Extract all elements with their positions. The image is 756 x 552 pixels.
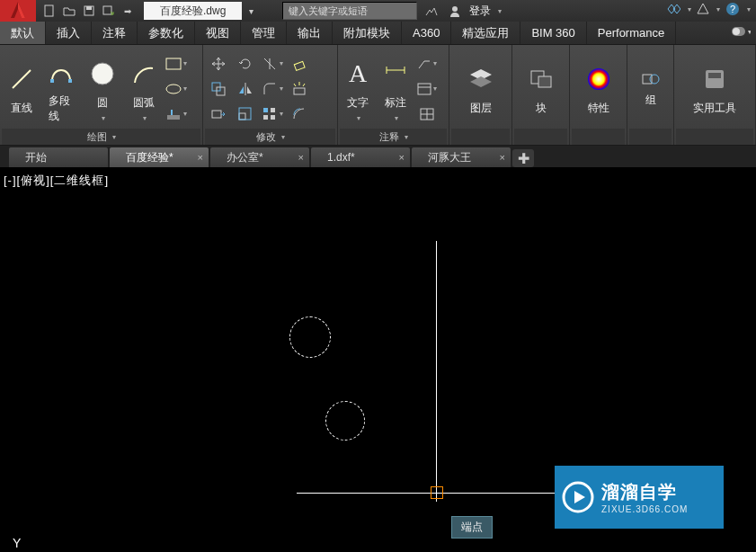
dim-button[interactable]: 标注▾ [376,54,415,124]
menu-tabs: 默认 插入 注释 参数化 视图 管理 输出 附加模块 A360 精选应用 BIM… [0,22,756,45]
title-icons: 登录 ▾ [422,4,502,19]
save-icon[interactable] [81,3,97,19]
user-icon[interactable] [446,4,464,17]
properties-button[interactable]: 特性 [578,59,619,118]
circle-button[interactable]: 圆▾ [81,54,124,124]
close-icon[interactable]: × [198,152,203,163]
move-icon[interactable] [207,52,230,76]
svg-line-10 [13,70,31,88]
text-label: 文字 [347,95,369,111]
doc-tab-dxf[interactable]: 1.dxf*× [311,147,410,167]
layer-label: 图层 [470,101,492,116]
block-label: 块 [536,101,547,116]
ellipse-icon[interactable]: ▾ [165,77,187,101]
help-icon[interactable]: ? [725,2,740,16]
search-icon[interactable] [422,4,440,17]
scale-icon[interactable] [234,102,257,126]
rotate-icon[interactable] [234,52,257,76]
doc-tab-office[interactable]: 办公室*× [210,147,309,167]
tab-output[interactable]: 输出 [287,22,333,44]
tab-addon[interactable]: 附加模块 [333,22,402,44]
panel-annotate-label[interactable]: 注释▾ [340,129,447,145]
tab-a360[interactable]: A360 [402,22,451,44]
svg-point-15 [166,85,181,93]
panel-group-label [629,129,672,145]
new-icon[interactable] [41,3,58,19]
svg-rect-11 [50,79,54,83]
mirror-icon[interactable] [234,77,257,101]
close-icon[interactable]: × [399,152,405,163]
recent-dropdown-icon[interactable]: ▾ [245,6,257,16]
tab-featured[interactable]: 精选应用 [451,22,520,44]
doc-tab-hetun[interactable]: 河豚大王× [412,147,511,167]
stretch-icon[interactable] [207,102,230,126]
hatch-icon[interactable]: ▾ [165,102,187,126]
offset-icon[interactable] [288,102,311,126]
add-tab-button[interactable]: ✚ [512,149,534,167]
tab-bim360[interactable]: BIM 360 [520,22,586,44]
app-logo[interactable] [0,0,36,22]
close-icon[interactable]: × [298,152,304,163]
saveas-icon[interactable] [101,3,117,19]
selected-circle-2[interactable] [325,401,365,441]
circle-label: 圆 [97,95,108,111]
close-icon[interactable]: × [500,152,505,163]
tab-performance[interactable]: Performance [587,22,676,44]
fillet-icon[interactable]: ▾ [261,77,284,101]
doc-tab-start[interactable]: 开始 [9,147,108,167]
arc-button[interactable]: 圆弧▾ [124,54,164,124]
tab-param[interactable]: 参数化 [138,22,195,44]
leader-icon[interactable]: ▾ [417,52,437,76]
svg-text:▾: ▾ [748,28,751,36]
search-input[interactable]: 键入关键字或短语 [282,2,417,20]
copy-icon[interactable] [207,77,230,101]
svg-rect-3 [103,6,111,14]
erase-icon[interactable] [288,52,311,76]
svg-rect-26 [271,108,275,112]
svg-rect-28 [271,115,275,120]
view-control-label[interactable]: [-][俯视][二维线框] [4,173,109,189]
watermark-play-icon [555,480,601,514]
svg-rect-27 [263,115,268,120]
tab-annotate[interactable]: 注释 [92,22,138,44]
login-dropdown-icon[interactable]: ▾ [498,7,502,15]
table2-icon[interactable] [417,102,437,126]
login-label[interactable]: 登录 [469,4,491,19]
svg-point-4 [452,6,458,12]
app-store-icon[interactable] [697,3,709,15]
util-button[interactable]: 实用工具 [686,59,743,118]
tab-manage[interactable]: 管理 [241,22,287,44]
block-button[interactable]: 块 [520,59,562,118]
polyline-button[interactable]: 多段线 [41,52,81,126]
qat-more-icon[interactable]: ➡ [120,6,135,16]
line-label: 直线 [11,101,32,116]
table-icon[interactable]: ▾ [417,77,437,101]
svg-rect-17 [171,110,173,115]
array-icon[interactable]: ▾ [261,102,284,126]
tab-insert[interactable]: 插入 [46,22,92,44]
panel-modify-label[interactable]: 修改▾ [205,129,335,145]
tab-default[interactable]: 默认 [0,22,46,44]
panel-properties: 特性 [570,45,627,145]
trim-icon[interactable]: ▾ [261,52,284,76]
selected-circle-1[interactable] [289,316,331,358]
open-icon[interactable] [61,3,77,19]
rect-icon[interactable]: ▾ [165,52,187,76]
drawing-canvas[interactable]: [-][俯视][二维线框] 端点 Y 溜溜自学 ZIXUE.3D66.COM [0,167,756,552]
panel-draw-label[interactable]: 绘图▾ [2,129,200,145]
svg-rect-43 [708,73,721,78]
panel-block: 块 [512,45,570,145]
svg-rect-18 [294,61,305,70]
ribbon-cycle-icon[interactable]: ▾ [731,25,751,38]
text-button[interactable]: A 文字▾ [340,54,376,124]
exchange-icon[interactable] [666,3,680,15]
layer-button[interactable]: 图层 [460,59,502,118]
doc-tab-baidu[interactable]: 百度经验*× [110,147,209,167]
drawing-line-vertical[interactable] [436,241,437,502]
svg-rect-2 [86,6,92,10]
explode-icon[interactable] [288,77,311,101]
line-button[interactable]: 直线 [2,59,41,118]
tab-view[interactable]: 视图 [195,22,241,44]
group-button[interactable]: 组 [634,67,668,110]
panel-layer-label [451,129,510,145]
